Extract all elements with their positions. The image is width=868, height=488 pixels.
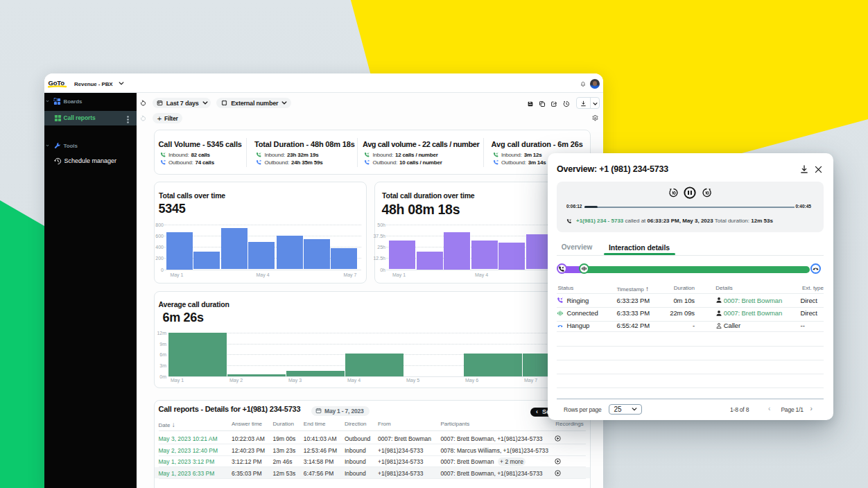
svg-text:GoTo: GoTo [49, 79, 65, 87]
